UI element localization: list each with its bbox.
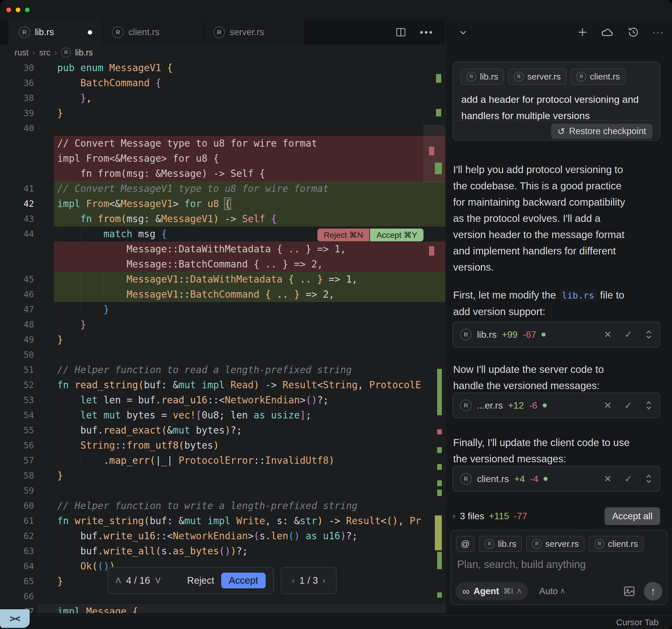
line-number[interactable]: 66 bbox=[0, 589, 34, 604]
code-line[interactable]: Message::BatchCommand { .. } => 2, bbox=[0, 257, 445, 272]
code-line[interactable]: 45 MessageV1::DataWithMetadata { .. } =>… bbox=[0, 272, 445, 287]
breadcrumb-item[interactable]: src bbox=[39, 48, 51, 57]
code-line[interactable]: 56 String::from_utf8(bytes) bbox=[0, 438, 445, 453]
inline-accept-button[interactable]: Accept ⌘Y bbox=[370, 229, 424, 241]
file-pill-server.rs[interactable]: Rserver.rs bbox=[526, 536, 584, 552]
code-line[interactable]: fn from(msg: &Message) -> Self { bbox=[0, 166, 445, 181]
code-line[interactable]: 55 buf.read_exact(&mut bytes)?; bbox=[0, 423, 445, 438]
reject-file-icon[interactable]: ✕ bbox=[604, 473, 611, 484]
line-number[interactable]: 55 bbox=[0, 423, 34, 438]
breadcrumb-item[interactable]: rust bbox=[15, 48, 28, 57]
line-number[interactable]: 46 bbox=[0, 287, 34, 302]
line-number[interactable]: 54 bbox=[0, 408, 34, 423]
line-number[interactable]: 56 bbox=[0, 438, 34, 453]
inline-reject-button[interactable]: Reject ⌘N bbox=[317, 229, 369, 241]
expand-files-icon[interactable]: › bbox=[453, 511, 455, 521]
code-line[interactable]: 58} bbox=[0, 468, 445, 483]
code-line[interactable]: 41// Convert MessageV1 type to u8 for wi… bbox=[0, 181, 445, 196]
code-line[interactable]: 61fn write_string(buf: &mut impl Write, … bbox=[0, 513, 445, 529]
cursor-tab-status[interactable]: Cursor Tab bbox=[616, 618, 658, 627]
model-selector[interactable]: Auto ᐱ bbox=[539, 586, 565, 597]
code-line[interactable]: 38 }, bbox=[0, 91, 445, 106]
line-number[interactable]: 63 bbox=[0, 544, 34, 559]
restore-checkpoint-button[interactable]: ↺ Restore checkpoint bbox=[551, 124, 652, 139]
code-line[interactable]: 60// Helper function to write a length-p… bbox=[0, 498, 445, 513]
minimize-window-button[interactable] bbox=[16, 7, 20, 12]
chat-input[interactable]: Plan, search, build anything bbox=[457, 558, 586, 571]
code-line[interactable]: 43 fn from(msg: &MessageV1) -> Self { bbox=[0, 211, 445, 227]
code-line[interactable]: 50 bbox=[0, 347, 445, 362]
line-number[interactable]: 53 bbox=[0, 393, 34, 408]
breadcrumb-leaf[interactable]: lib.rs bbox=[75, 48, 93, 57]
code-line[interactable]: 49} bbox=[0, 332, 445, 347]
code-line[interactable]: 42impl From<&MessageV1> for u8 { bbox=[0, 196, 445, 211]
code-line[interactable]: 63 buf.write_all(s.as_bytes())?; bbox=[0, 544, 445, 559]
line-number[interactable]: 50 bbox=[0, 347, 34, 362]
remote-indicator-button[interactable]: >< bbox=[0, 609, 30, 628]
code-line[interactable]: 48 } bbox=[0, 317, 445, 332]
code-line[interactable]: 67impl Message { bbox=[0, 604, 445, 613]
code-line[interactable]: 36 BatchCommand { bbox=[0, 76, 445, 91]
code-line[interactable]: 51// Helper function to read a length-pr… bbox=[0, 362, 445, 378]
line-number[interactable]: 42 bbox=[0, 196, 34, 211]
tab-server.rs[interactable]: Rserver.rs bbox=[203, 20, 305, 45]
code-line[interactable]: 52fn read_string(buf: &mut impl Read) ->… bbox=[0, 378, 445, 393]
line-number[interactable]: 40 bbox=[0, 121, 34, 136]
accept-file-icon[interactable]: ✓ bbox=[624, 473, 632, 484]
cloud-icon[interactable] bbox=[601, 26, 615, 38]
file-diff-card[interactable]: Rclient.rs+4-4✕✓ bbox=[453, 466, 660, 492]
line-number[interactable]: 39 bbox=[0, 106, 34, 121]
line-number[interactable]: 64 bbox=[0, 559, 34, 574]
expand-file-icon[interactable] bbox=[645, 330, 652, 339]
accept-all-button[interactable]: Accept all bbox=[605, 507, 660, 525]
reject-file-icon[interactable]: ✕ bbox=[604, 329, 611, 340]
reject-button[interactable]: Reject bbox=[187, 575, 215, 586]
accept-button[interactable]: Accept bbox=[221, 573, 266, 588]
line-number[interactable]: 60 bbox=[0, 498, 34, 513]
breadcrumb[interactable]: rust › src › R lib.rs bbox=[15, 45, 93, 60]
code-line[interactable]: 62 buf.write_u16::<NetworkEndian>(s.len(… bbox=[0, 529, 445, 544]
expand-file-icon[interactable] bbox=[645, 474, 652, 484]
new-chat-icon[interactable] bbox=[577, 26, 588, 38]
code-line[interactable]: 57 .map_err(|_| ProtocolError::InvalidUt… bbox=[0, 453, 445, 468]
code-editor[interactable]: rust › src › R lib.rs 30pub enum Message… bbox=[0, 45, 445, 613]
code-line[interactable]: impl From<&Message> for u8 { bbox=[0, 151, 445, 166]
file-pill-lib.rs[interactable]: Rlib.rs bbox=[479, 536, 522, 552]
expand-file-icon[interactable] bbox=[645, 400, 652, 410]
code-line[interactable]: 54 let mut bytes = vec![0u8; len as usiz… bbox=[0, 408, 445, 423]
file-pill-lib.rs[interactable]: Rlib.rs bbox=[461, 69, 504, 85]
line-number[interactable]: 38 bbox=[0, 91, 34, 106]
accept-file-icon[interactable]: ✓ bbox=[624, 329, 632, 340]
history-icon[interactable] bbox=[627, 26, 640, 38]
line-number[interactable]: 49 bbox=[0, 332, 34, 347]
code-line[interactable]: 30pub enum MessageV1 { bbox=[0, 60, 445, 76]
code-line[interactable]: 46 MessageV1::BatchCommand { .. } => 2, bbox=[0, 287, 445, 302]
code-line[interactable]: 40 bbox=[0, 121, 445, 136]
zoom-window-button[interactable] bbox=[25, 7, 30, 12]
line-number[interactable]: 59 bbox=[0, 483, 34, 498]
next-change-icon[interactable]: ᐯ bbox=[155, 576, 161, 585]
code-line[interactable]: // Convert Message type to u8 for wire f… bbox=[0, 136, 445, 151]
file-diff-card[interactable]: Rlib.rs+99-67✕✓ bbox=[453, 322, 660, 347]
code-line[interactable]: Message::DataWithMetadata { .. } => 1, bbox=[0, 242, 445, 257]
tab-client.rs[interactable]: Rclient.rs bbox=[102, 20, 203, 45]
prev-file-icon[interactable]: ‹ bbox=[292, 576, 295, 585]
code-line[interactable]: 39} bbox=[0, 106, 445, 121]
line-number[interactable]: 61 bbox=[0, 513, 34, 529]
line-number[interactable]: 43 bbox=[0, 211, 34, 227]
line-number[interactable]: 52 bbox=[0, 378, 34, 393]
prev-change-icon[interactable]: ᐱ bbox=[116, 576, 121, 585]
line-number[interactable]: 57 bbox=[0, 453, 34, 468]
chat-more-actions-icon[interactable]: ··· bbox=[652, 27, 664, 38]
line-number[interactable]: 47 bbox=[0, 302, 34, 317]
file-pill-server.rs[interactable]: Rserver.rs bbox=[508, 69, 567, 85]
reject-file-icon[interactable]: ✕ bbox=[604, 400, 611, 411]
line-number[interactable]: 62 bbox=[0, 529, 34, 544]
agent-mode-selector[interactable]: ∞ Agent ⌘I ᐱ bbox=[455, 582, 528, 600]
next-file-icon[interactable]: › bbox=[322, 576, 325, 585]
attach-image-icon[interactable] bbox=[623, 585, 636, 598]
line-number[interactable]: 45 bbox=[0, 272, 34, 287]
send-button[interactable]: ↑ bbox=[644, 582, 663, 601]
file-pill-client.rs[interactable]: Rclient.rs bbox=[571, 69, 625, 85]
editor-more-actions-icon[interactable]: ••• bbox=[420, 27, 434, 38]
